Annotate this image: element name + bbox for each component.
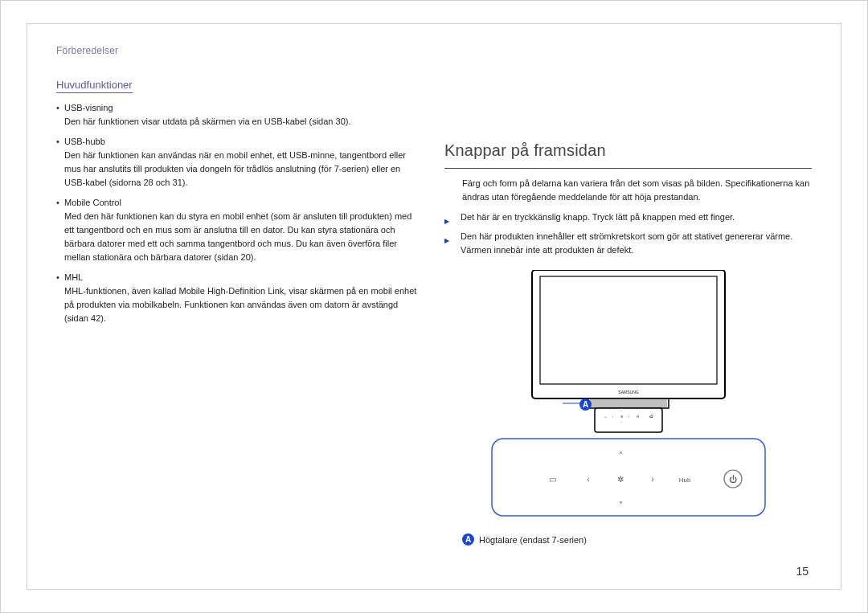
feature-desc: Den här funktionen visar utdata på skärm…	[64, 115, 424, 129]
notice-item: Det här är en tryckkänslig knapp. Tryck …	[444, 210, 812, 225]
disclaimer-note: Färg och form på delarna kan variera frå…	[462, 177, 812, 204]
feature-item-usb-hubb: • USB-hubb Den här funktionen kan använd…	[56, 137, 424, 190]
feature-desc: Med den här funktionen kan du styra en m…	[64, 210, 424, 264]
column-right: Knappar på framsidan Färg och form på de…	[444, 45, 812, 574]
monitor-illustration: SAMSUNG ⌂ ‹	[476, 270, 781, 519]
panel-button-right: ›	[651, 475, 653, 484]
monitor-brand: SAMSUNG	[618, 390, 638, 394]
feature-label: USB-hubb	[64, 137, 105, 146]
bullet-icon: •	[56, 137, 64, 146]
feature-item-usb-visning: • USB-visning Den här funktionen visar u…	[56, 103, 424, 129]
callout-marker-a: A	[579, 396, 592, 411]
badge-a-icon: A	[462, 533, 474, 546]
feature-item-mobile-control: • Mobile Control Med den här funktionen …	[56, 198, 424, 264]
feature-desc: MHL-funktionen, även kallad Mobile High-…	[64, 284, 424, 325]
breadcrumb: Förberedelser	[56, 45, 424, 56]
panel-button-down: ˅	[618, 501, 622, 509]
bullet-icon: •	[56, 198, 64, 207]
panel-button-hub: Hub	[678, 476, 690, 484]
panel-button-menu: ▭	[548, 475, 555, 484]
page-number: 15	[796, 565, 809, 578]
page-inner: Förberedelser Huvudfunktioner • USB-visn…	[27, 23, 841, 590]
feature-item-mhl: • MHL MHL-funktionen, även kallad Mobile…	[56, 272, 424, 325]
notice-text: Den här produkten innehåller ett strömkr…	[461, 230, 812, 257]
svg-text:˅: ˅	[620, 421, 622, 425]
notice-list: Det här är en tryckkänslig knapp. Tryck …	[444, 210, 812, 257]
feature-label: Mobile Control	[64, 198, 121, 207]
svg-text:˄: ˄	[620, 410, 622, 414]
panel-button-left: ‹	[587, 475, 589, 484]
horizontal-rule	[444, 168, 812, 169]
triangle-icon	[444, 210, 454, 225]
badge-a-icon: A	[579, 398, 592, 411]
monitor-illustration-block: SAMSUNG ⌂ ‹	[444, 270, 812, 522]
notice-item: Den här produkten innehåller ett strömkr…	[444, 230, 812, 257]
svg-text:H: H	[637, 415, 639, 419]
section-heading-main-functions: Huvudfunktioner	[56, 79, 133, 93]
section-heading-front-buttons: Knappar på framsidan	[444, 141, 812, 160]
legend-row: A Högtalare (endast 7-serien)	[462, 533, 812, 546]
feature-label: MHL	[64, 272, 83, 282]
notice-text: Det här är en tryckkänslig knapp. Tryck …	[461, 210, 735, 225]
page-outer: Förberedelser Huvudfunktioner • USB-visn…	[0, 0, 868, 613]
panel-button-enter: ✲	[617, 475, 624, 484]
feature-desc: Den här funktionen kan användas när en m…	[64, 149, 424, 190]
feature-label: USB-visning	[64, 103, 113, 112]
legend-text: Högtalare (endast 7-serien)	[479, 535, 587, 545]
panel-button-power: ⏻	[729, 475, 737, 484]
triangle-icon	[444, 230, 454, 257]
panel-button-up: ˄	[618, 451, 622, 460]
bullet-icon: •	[56, 103, 64, 112]
column-left: Förberedelser Huvudfunktioner • USB-visn…	[56, 45, 424, 574]
svg-rect-8	[595, 408, 662, 432]
bullet-icon: •	[56, 272, 64, 282]
feature-list: • USB-visning Den här funktionen visar u…	[56, 103, 424, 326]
svg-rect-1	[540, 276, 717, 384]
